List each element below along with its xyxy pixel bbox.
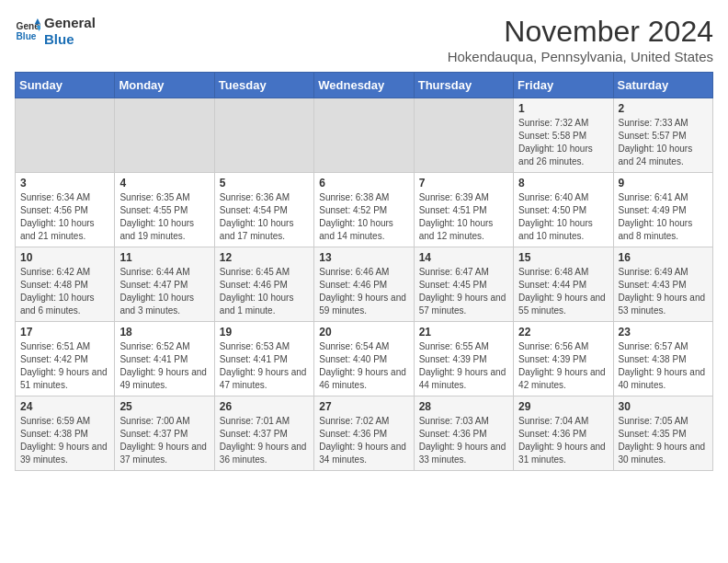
calendar-header: SundayMondayTuesdayWednesdayThursdayFrid… bbox=[16, 73, 713, 98]
day-info: Sunrise: 7:03 AM Sunset: 4:36 PM Dayligh… bbox=[419, 415, 508, 466]
day-number: 25 bbox=[119, 400, 209, 413]
day-number: 29 bbox=[518, 400, 608, 413]
header-day-thursday: Thursday bbox=[414, 73, 513, 98]
logo-line1: General bbox=[44, 15, 96, 31]
header-day-friday: Friday bbox=[514, 73, 613, 98]
day-info: Sunrise: 6:38 AM Sunset: 4:52 PM Dayligh… bbox=[319, 191, 408, 243]
day-info: Sunrise: 7:01 AM Sunset: 4:37 PM Dayligh… bbox=[220, 415, 309, 466]
calendar-cell: 17Sunrise: 6:51 AM Sunset: 4:42 PM Dayli… bbox=[16, 322, 115, 396]
day-info: Sunrise: 6:53 AM Sunset: 4:41 PM Dayligh… bbox=[220, 340, 309, 392]
day-info: Sunrise: 7:32 AM Sunset: 5:58 PM Dayligh… bbox=[518, 117, 608, 168]
calendar-cell: 18Sunrise: 6:52 AM Sunset: 4:41 PM Dayli… bbox=[115, 322, 214, 396]
day-number: 6 bbox=[319, 177, 408, 190]
header: General Blue General Blue November 2024 … bbox=[15, 15, 713, 64]
calendar-cell bbox=[214, 98, 313, 173]
calendar-cell: 3Sunrise: 6:34 AM Sunset: 4:56 PM Daylig… bbox=[16, 173, 115, 247]
header-day-sunday: Sunday bbox=[16, 73, 115, 98]
header-day-monday: Monday bbox=[115, 73, 214, 98]
header-day-saturday: Saturday bbox=[613, 73, 712, 98]
logo: General Blue General Blue bbox=[15, 15, 96, 48]
calendar-cell: 14Sunrise: 6:47 AM Sunset: 4:45 PM Dayli… bbox=[414, 247, 513, 322]
day-number: 27 bbox=[319, 400, 408, 413]
day-info: Sunrise: 6:41 AM Sunset: 4:49 PM Dayligh… bbox=[619, 191, 708, 243]
day-info: Sunrise: 6:54 AM Sunset: 4:40 PM Dayligh… bbox=[319, 340, 408, 392]
day-number: 14 bbox=[419, 251, 508, 264]
logo-icon: General Blue bbox=[15, 18, 40, 44]
day-info: Sunrise: 6:46 AM Sunset: 4:46 PM Dayligh… bbox=[319, 266, 408, 317]
day-number: 11 bbox=[119, 251, 209, 264]
day-info: Sunrise: 6:39 AM Sunset: 4:51 PM Dayligh… bbox=[419, 191, 508, 243]
day-info: Sunrise: 6:51 AM Sunset: 4:42 PM Dayligh… bbox=[20, 340, 109, 392]
day-info: Sunrise: 6:55 AM Sunset: 4:39 PM Dayligh… bbox=[419, 340, 508, 392]
calendar-cell: 10Sunrise: 6:42 AM Sunset: 4:48 PM Dayli… bbox=[16, 247, 115, 322]
calendar-cell: 9Sunrise: 6:41 AM Sunset: 4:49 PM Daylig… bbox=[613, 173, 712, 247]
logo-line2: Blue bbox=[44, 31, 96, 48]
day-number: 23 bbox=[619, 326, 708, 339]
day-number: 8 bbox=[518, 177, 608, 190]
day-number: 9 bbox=[619, 177, 708, 190]
day-number: 10 bbox=[20, 251, 109, 264]
calendar-cell: 13Sunrise: 6:46 AM Sunset: 4:46 PM Dayli… bbox=[314, 247, 414, 322]
day-info: Sunrise: 6:47 AM Sunset: 4:45 PM Dayligh… bbox=[419, 266, 508, 317]
day-info: Sunrise: 6:57 AM Sunset: 4:38 PM Dayligh… bbox=[619, 340, 708, 392]
calendar-cell: 29Sunrise: 7:04 AM Sunset: 4:36 PM Dayli… bbox=[514, 396, 613, 471]
week-row-3: 10Sunrise: 6:42 AM Sunset: 4:48 PM Dayli… bbox=[16, 247, 713, 322]
calendar-cell bbox=[414, 98, 513, 173]
day-number: 12 bbox=[220, 251, 309, 264]
day-info: Sunrise: 7:04 AM Sunset: 4:36 PM Dayligh… bbox=[518, 415, 608, 466]
calendar-cell: 20Sunrise: 6:54 AM Sunset: 4:40 PM Dayli… bbox=[314, 322, 414, 396]
svg-text:Blue: Blue bbox=[17, 31, 37, 41]
day-number: 20 bbox=[319, 326, 408, 339]
day-info: Sunrise: 6:49 AM Sunset: 4:43 PM Dayligh… bbox=[619, 266, 708, 317]
location-subtitle: Hokendauqua, Pennsylvania, United States bbox=[448, 49, 713, 64]
day-number: 16 bbox=[619, 251, 708, 264]
day-number: 21 bbox=[419, 326, 508, 339]
calendar-cell: 4Sunrise: 6:35 AM Sunset: 4:55 PM Daylig… bbox=[115, 173, 214, 247]
day-info: Sunrise: 6:36 AM Sunset: 4:54 PM Dayligh… bbox=[220, 191, 309, 243]
day-number: 19 bbox=[220, 326, 309, 339]
day-number: 15 bbox=[518, 251, 608, 264]
day-info: Sunrise: 6:40 AM Sunset: 4:50 PM Dayligh… bbox=[518, 191, 608, 243]
header-day-tuesday: Tuesday bbox=[214, 73, 313, 98]
day-number: 3 bbox=[20, 177, 109, 190]
calendar-cell bbox=[115, 98, 214, 173]
calendar-body: 1Sunrise: 7:32 AM Sunset: 5:58 PM Daylig… bbox=[16, 98, 713, 471]
day-info: Sunrise: 6:52 AM Sunset: 4:41 PM Dayligh… bbox=[119, 340, 209, 392]
calendar-cell bbox=[314, 98, 414, 173]
calendar-cell bbox=[16, 98, 115, 173]
calendar-cell: 6Sunrise: 6:38 AM Sunset: 4:52 PM Daylig… bbox=[314, 173, 414, 247]
header-row: SundayMondayTuesdayWednesdayThursdayFrid… bbox=[16, 73, 713, 98]
day-number: 24 bbox=[20, 400, 109, 413]
day-number: 5 bbox=[220, 177, 309, 190]
day-info: Sunrise: 6:42 AM Sunset: 4:48 PM Dayligh… bbox=[20, 266, 109, 317]
week-row-2: 3Sunrise: 6:34 AM Sunset: 4:56 PM Daylig… bbox=[16, 173, 713, 247]
day-info: Sunrise: 6:34 AM Sunset: 4:56 PM Dayligh… bbox=[20, 191, 109, 243]
calendar-cell: 12Sunrise: 6:45 AM Sunset: 4:46 PM Dayli… bbox=[214, 247, 313, 322]
calendar-cell: 22Sunrise: 6:56 AM Sunset: 4:39 PM Dayli… bbox=[514, 322, 613, 396]
week-row-1: 1Sunrise: 7:32 AM Sunset: 5:58 PM Daylig… bbox=[16, 98, 713, 173]
calendar-table: SundayMondayTuesdayWednesdayThursdayFrid… bbox=[15, 72, 713, 471]
day-info: Sunrise: 7:00 AM Sunset: 4:37 PM Dayligh… bbox=[119, 415, 209, 466]
day-info: Sunrise: 6:56 AM Sunset: 4:39 PM Dayligh… bbox=[518, 340, 608, 392]
header-day-wednesday: Wednesday bbox=[314, 73, 414, 98]
day-info: Sunrise: 6:48 AM Sunset: 4:44 PM Dayligh… bbox=[518, 266, 608, 317]
calendar-cell: 21Sunrise: 6:55 AM Sunset: 4:39 PM Dayli… bbox=[414, 322, 513, 396]
day-info: Sunrise: 6:59 AM Sunset: 4:38 PM Dayligh… bbox=[20, 415, 109, 466]
calendar-cell: 30Sunrise: 7:05 AM Sunset: 4:35 PM Dayli… bbox=[613, 396, 712, 471]
calendar-cell: 24Sunrise: 6:59 AM Sunset: 4:38 PM Dayli… bbox=[16, 396, 115, 471]
calendar-cell: 7Sunrise: 6:39 AM Sunset: 4:51 PM Daylig… bbox=[414, 173, 513, 247]
calendar-cell: 15Sunrise: 6:48 AM Sunset: 4:44 PM Dayli… bbox=[514, 247, 613, 322]
calendar-cell: 16Sunrise: 6:49 AM Sunset: 4:43 PM Dayli… bbox=[613, 247, 712, 322]
day-info: Sunrise: 7:02 AM Sunset: 4:36 PM Dayligh… bbox=[319, 415, 408, 466]
day-number: 28 bbox=[419, 400, 508, 413]
day-number: 1 bbox=[518, 102, 608, 115]
calendar-cell: 25Sunrise: 7:00 AM Sunset: 4:37 PM Dayli… bbox=[115, 396, 214, 471]
day-info: Sunrise: 7:05 AM Sunset: 4:35 PM Dayligh… bbox=[619, 415, 708, 466]
calendar-cell: 1Sunrise: 7:32 AM Sunset: 5:58 PM Daylig… bbox=[514, 98, 613, 173]
calendar-cell: 2Sunrise: 7:33 AM Sunset: 5:57 PM Daylig… bbox=[613, 98, 712, 173]
week-row-5: 24Sunrise: 6:59 AM Sunset: 4:38 PM Dayli… bbox=[16, 396, 713, 471]
day-number: 4 bbox=[119, 177, 209, 190]
day-info: Sunrise: 6:44 AM Sunset: 4:47 PM Dayligh… bbox=[119, 266, 209, 317]
calendar-cell: 5Sunrise: 6:36 AM Sunset: 4:54 PM Daylig… bbox=[214, 173, 313, 247]
calendar-cell: 11Sunrise: 6:44 AM Sunset: 4:47 PM Dayli… bbox=[115, 247, 214, 322]
